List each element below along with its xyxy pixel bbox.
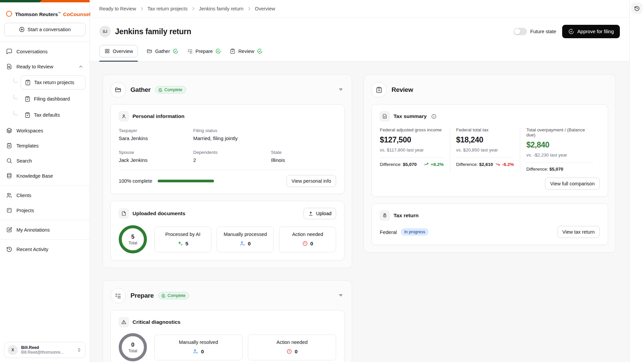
clipboard-check-icon (24, 96, 31, 102)
breadcrumb-jenkins-family-return[interactable]: Jenkins family return (199, 6, 244, 11)
user-profile-card[interactable]: X Bill.Reed Bill.Reed@thomsonre... (4, 342, 86, 358)
history-icon (634, 5, 640, 11)
trend-down-indicator: -8.2% (495, 162, 514, 167)
money-bag-icon: $ (380, 210, 390, 221)
database-icon (6, 173, 12, 179)
personal-information-section: Personal information Taxpayer Sara Jenki… (110, 104, 344, 194)
tab-gather[interactable]: Gather (147, 48, 178, 54)
start-conversation-button[interactable]: Start a conversation (4, 23, 86, 36)
stat-action-needed: Action needed 0 (279, 227, 336, 252)
gather-collapse-button[interactable] (337, 86, 344, 94)
view-tax-return-button[interactable]: View tax return (557, 226, 600, 238)
sidebar-item-knowledge-base[interactable]: Knowledge Base (0, 168, 90, 183)
check-circle-icon (161, 294, 166, 298)
plus-circle-icon (19, 26, 25, 33)
gather-title: Gather (130, 86, 151, 94)
complete-check-icon (215, 48, 221, 54)
jurisdiction-label: Federal (380, 229, 397, 235)
review-card: $ Review Tax summary (364, 74, 616, 253)
in-progress-badge: In progress (401, 228, 429, 236)
critical-diagnostics-title: Critical diagnostics (132, 319, 180, 325)
tab-prepare[interactable]: Prepare (187, 48, 221, 54)
future-state-toggle[interactable] (514, 28, 527, 35)
page-title: Jenkins family return (115, 27, 191, 36)
tab-review[interactable]: Review (230, 48, 263, 54)
tax-return-section: $ Tax return Federal In progress View ta… (371, 203, 608, 245)
complete-check-icon (173, 48, 178, 54)
tab-overview[interactable]: Overview (99, 45, 138, 57)
check-circle-icon (158, 88, 163, 92)
overview-content: Gather Complete (90, 62, 629, 362)
prepare-list-icon (110, 288, 126, 303)
triangle-down-icon (338, 293, 343, 298)
layers-icon (6, 127, 12, 134)
upload-icon (308, 211, 313, 216)
sidebar-item-ready-to-review[interactable]: Ready to Review (0, 59, 90, 74)
tree-connector (13, 78, 18, 83)
uploaded-documents-section: Uploaded documents Upload 5 Total (110, 201, 344, 260)
svg-text:$: $ (378, 89, 380, 92)
tax-summary-title: Tax summary (393, 113, 427, 119)
divider (0, 239, 90, 240)
tax-return-title: Tax return (393, 213, 419, 219)
gather-card: Gather Complete (103, 74, 352, 268)
app-root: Thomson Reuters™ CoCounsel Start a conve… (0, 0, 644, 362)
prepare-collapse-button[interactable] (337, 292, 344, 299)
divider (0, 220, 90, 220)
sidebar-item-projects[interactable]: Projects (0, 203, 90, 218)
sidebar: Thomson Reuters™ CoCounsel Start a conve… (0, 0, 90, 362)
view-personal-info-button[interactable]: View personal info (286, 175, 336, 187)
check-circle-icon (568, 28, 574, 35)
brand-name: Thomson Reuters™ (15, 11, 61, 17)
document-icon (119, 208, 129, 219)
user-email: Bill.Reed@thomsonre... (21, 350, 73, 355)
trend-down-icon (495, 162, 500, 167)
brand-logo: Thomson Reuters™ CoCounsel (0, 0, 90, 17)
main-area: Ready to Review Tax return projects Jenk… (90, 0, 629, 362)
tax-summary-col-agi: Federal adjusted gross income $127,500 v… (380, 127, 450, 172)
sidebar-item-tax-defaults[interactable]: Tax defaults (0, 107, 90, 123)
field-state: State Illinois (271, 150, 336, 163)
sidebar-item-workspaces[interactable]: Workspaces (0, 123, 90, 138)
stat-manually-processed: Manually processed 0 (217, 227, 274, 252)
breadcrumb-ready-to-review[interactable]: Ready to Review (99, 6, 136, 11)
sidebar-item-search[interactable]: Search (0, 153, 90, 168)
info-icon[interactable] (431, 114, 437, 119)
prepare-title: Prepare (130, 292, 154, 299)
return-avatar: SJ (99, 26, 111, 37)
thomson-reuters-logo-icon (5, 10, 13, 17)
sidebar-item-tax-return-projects[interactable]: Tax return projects (0, 74, 90, 91)
sidebar-item-templates[interactable]: Templates (0, 138, 90, 153)
sidebar-item-clients[interactable]: Clients (0, 188, 90, 203)
approve-for-filing-button[interactable]: Approve for filing (562, 25, 620, 38)
prepare-card: Prepare Complete (103, 280, 352, 362)
document-chart-icon (380, 111, 390, 121)
stat-processed-by-ai: Processed by AI 5 (154, 227, 211, 252)
brand-product: CoCounsel (63, 11, 91, 17)
divider (0, 42, 90, 42)
review-clipboard-icon: $ (371, 82, 387, 98)
person-check-icon (193, 349, 199, 354)
complete-check-icon (257, 48, 263, 54)
chevron-right-icon (247, 6, 252, 11)
chevron-right-icon (140, 6, 144, 11)
field-taxpayer: Taxpayer Sara Jenkins (119, 128, 193, 141)
upload-button[interactable]: Upload (304, 208, 336, 219)
progress-label: 100% complete (119, 178, 152, 184)
breadcrumb: Ready to Review Tax return projects Jenk… (90, 0, 629, 17)
user-name: Bill.Reed (21, 345, 73, 350)
critical-diagnostics-section: Critical diagnostics 0 Total Manually re… (110, 310, 344, 362)
trend-up-indicator: +8.2% (424, 162, 444, 167)
sidebar-item-recent-activity[interactable]: Recent Activity (0, 242, 90, 257)
sidebar-item-conversations[interactable]: Conversations (0, 44, 90, 59)
sidebar-item-filing-dashboard[interactable]: Filing dashboard (0, 91, 90, 107)
stat-action-needed: Action needed 0 (248, 335, 336, 360)
breadcrumb-tax-return-projects[interactable]: Tax return projects (148, 6, 187, 11)
warning-triangle-icon (119, 317, 129, 327)
search-icon (6, 158, 12, 164)
gather-folder-icon (110, 82, 126, 98)
trend-up-icon (424, 162, 429, 167)
sidebar-item-my-annotations[interactable]: My Annotations (0, 222, 90, 237)
view-full-comparison-button[interactable]: View full comparison (545, 178, 600, 190)
history-panel-button[interactable] (631, 3, 642, 14)
